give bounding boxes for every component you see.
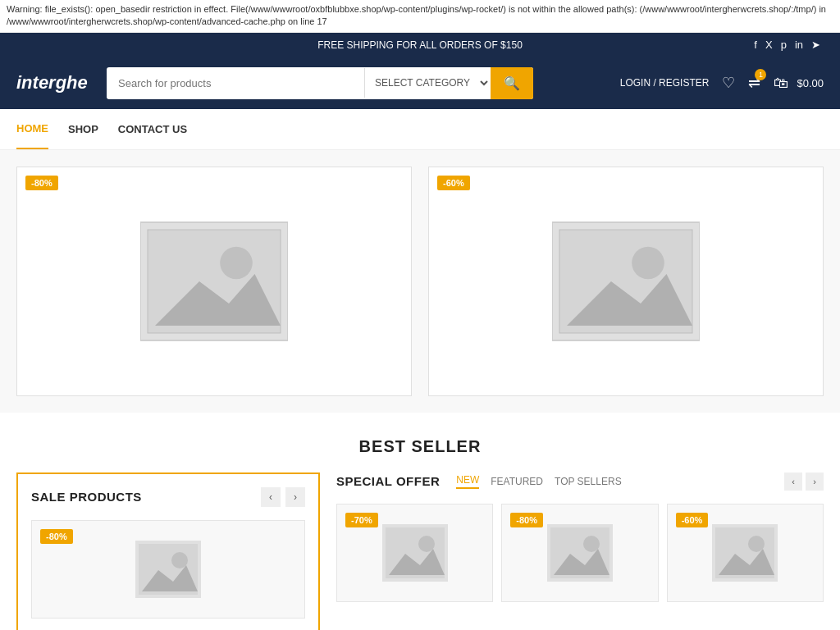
nav-contact[interactable]: CONTACT US	[118, 110, 187, 148]
product-image-right	[544, 208, 708, 355]
discount-badge-right: -60%	[437, 176, 470, 190]
special-product-item-1[interactable]: -70%	[336, 504, 493, 602]
sale-product-item-1[interactable]: -80%	[31, 520, 305, 619]
special-panel-title: SPECIAL OFFER	[336, 474, 440, 488]
sale-discount-badge: -80%	[40, 529, 73, 544]
heart-icon: ♡	[722, 74, 735, 92]
shipping-bar: FREE SHIPPING FOR ALL ORDERS OF $150 f X…	[0, 33, 840, 57]
special-product-item-2[interactable]: -80%	[501, 504, 658, 602]
best-seller-title: BEST SELLER	[16, 437, 824, 456]
pinterest-icon[interactable]: p	[781, 39, 787, 51]
nav-home[interactable]: HOME	[16, 109, 48, 149]
telegram-icon[interactable]: ➤	[811, 39, 820, 51]
warning-bar: Warning: file_exists(): open_basedir res…	[0, 0, 840, 33]
nav-shop[interactable]: SHOP	[68, 110, 98, 148]
tab-new[interactable]: NEW	[456, 474, 479, 489]
special-panel: SPECIAL OFFER NEW FEATURED TOP SELLERS ‹…	[336, 472, 824, 630]
special-discount-badge-2: -80%	[510, 513, 543, 527]
svg-point-14	[418, 536, 435, 552]
main-content: -80% -60%	[0, 150, 840, 630]
svg-point-22	[748, 536, 765, 552]
svg-point-2	[220, 246, 253, 279]
best-seller-section: BEST SELLER	[0, 413, 840, 472]
logo: interghe	[16, 72, 90, 94]
sale-products-row: -80%	[31, 520, 305, 619]
sale-next-button[interactable]: ›	[285, 487, 305, 507]
linkedin-icon[interactable]: in	[795, 39, 803, 51]
product-image-left	[132, 208, 296, 355]
cart-icon: 🛍	[774, 75, 788, 92]
special-arrows: ‹ ›	[784, 472, 824, 491]
special-discount-badge-1: -70%	[345, 513, 378, 527]
svg-point-6	[632, 246, 664, 279]
search-button[interactable]: 🔍	[491, 67, 533, 99]
cart-icon-wrapper: 🛍	[774, 75, 788, 92]
product-card-left[interactable]: -80%	[16, 167, 412, 396]
shipping-text: FREE SHIPPING FOR ALL ORDERS OF $150	[317, 39, 523, 51]
special-tabs: NEW FEATURED TOP SELLERS	[456, 474, 621, 489]
compare-badge: 1	[755, 69, 766, 80]
header: interghe SELECT CATEGORY 🔍 LOGIN / REGIS…	[0, 57, 840, 109]
product-showcase: -80% -60%	[0, 150, 840, 413]
facebook-icon[interactable]: f	[754, 39, 757, 51]
special-panel-header: SPECIAL OFFER NEW FEATURED TOP SELLERS ‹…	[336, 472, 824, 491]
sale-panel-title: SALE PRODUCTS	[31, 490, 142, 504]
compare-button[interactable]: ⇌ 1	[748, 74, 760, 92]
sale-prev-button[interactable]: ‹	[261, 487, 281, 507]
tab-featured[interactable]: FEATURED	[491, 476, 543, 487]
sale-arrows: ‹ ›	[261, 487, 305, 507]
special-products-row: -70% -80%	[336, 504, 824, 602]
search-bar: SELECT CATEGORY 🔍	[107, 67, 533, 99]
header-actions: LOGIN / REGISTER ♡ ⇌ 1 🛍 $0.00	[620, 74, 824, 92]
svg-point-10	[171, 552, 188, 568]
sale-panel: SALE PRODUCTS ‹ › -80%	[16, 472, 320, 630]
login-register-link[interactable]: LOGIN / REGISTER	[620, 77, 710, 89]
svg-point-18	[583, 536, 600, 552]
cart-button[interactable]: 🛍 $0.00	[774, 75, 824, 92]
sale-panel-header: SALE PRODUCTS ‹ ›	[31, 487, 305, 507]
category-select[interactable]: SELECT CATEGORY	[364, 68, 491, 98]
cart-price: $0.00	[797, 77, 824, 89]
wishlist-button[interactable]: ♡	[722, 74, 735, 92]
navigation: HOME SHOP CONTACT US	[0, 109, 840, 150]
special-product-item-3[interactable]: -60%	[667, 504, 824, 602]
product-card-right[interactable]: -60%	[428, 167, 824, 396]
special-prev-button[interactable]: ‹	[784, 472, 802, 491]
bottom-grid: SALE PRODUCTS ‹ › -80%	[0, 472, 840, 630]
twitter-icon[interactable]: X	[765, 39, 773, 51]
warning-text: Warning: file_exists(): open_basedir res…	[7, 4, 826, 26]
search-input[interactable]	[107, 69, 364, 98]
discount-badge-left: -80%	[25, 176, 58, 190]
special-next-button[interactable]: ›	[806, 472, 824, 491]
tab-top-sellers[interactable]: TOP SELLERS	[555, 476, 622, 487]
special-discount-badge-3: -60%	[676, 513, 709, 527]
